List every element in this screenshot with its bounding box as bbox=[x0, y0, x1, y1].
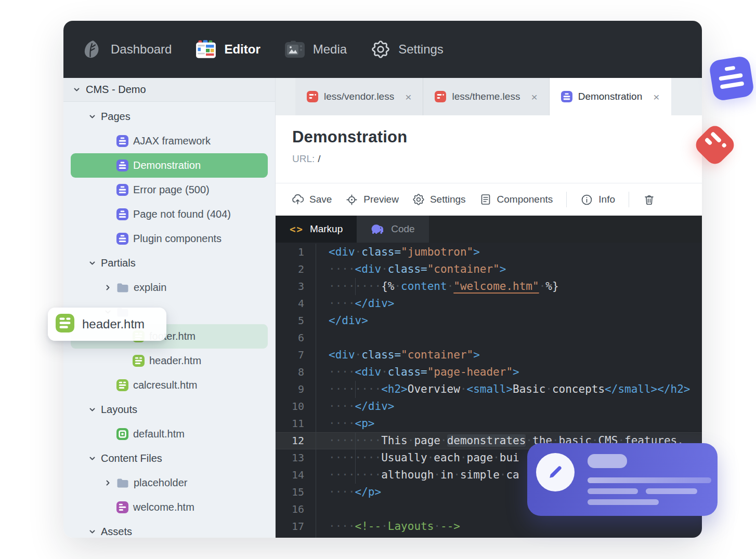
info-icon bbox=[580, 193, 593, 206]
components-button[interactable]: Components bbox=[479, 193, 553, 206]
preview-button[interactable]: Preview bbox=[345, 193, 399, 206]
info-button[interactable]: Info bbox=[580, 193, 615, 206]
code-line-content: ····</div> bbox=[316, 398, 702, 415]
tab-less-theme-less[interactable]: less/theme.less× bbox=[423, 78, 549, 115]
pages-sticker-icon bbox=[708, 55, 754, 101]
line-number: 12 bbox=[276, 432, 316, 449]
code-line[interactable]: 11····<p> bbox=[276, 415, 702, 432]
indent-guide bbox=[355, 467, 356, 484]
line-number: 6 bbox=[276, 329, 316, 347]
code-line[interactable]: 7<div·class="container"> bbox=[276, 347, 702, 364]
editor-tab-code[interactable]: Code bbox=[357, 216, 428, 243]
tab-label: less/theme.less bbox=[452, 91, 520, 102]
delete-button[interactable] bbox=[643, 193, 656, 206]
editor-tabbar: <>MarkupCode bbox=[276, 216, 702, 243]
sidebar-item-ajax-framework[interactable]: AJAX framework bbox=[71, 129, 268, 153]
page-purple-icon bbox=[116, 208, 128, 220]
sidebar-header[interactable]: CMS - Demo bbox=[63, 78, 275, 102]
nav-item-editor[interactable]: Editor bbox=[195, 40, 260, 59]
tree-item-label: Assets bbox=[101, 526, 132, 538]
drag-preview[interactable]: header.htm bbox=[48, 308, 166, 341]
code-line[interactable]: 6 bbox=[276, 329, 702, 347]
code-line[interactable]: 18····<h2>Layouts</h2> bbox=[276, 535, 702, 538]
page-purple-icon bbox=[116, 233, 128, 245]
sidebar-item-welcome-htm[interactable]: welcome.htm bbox=[71, 495, 268, 520]
tab-less-vendor-less[interactable]: less/vendor.less× bbox=[295, 78, 423, 115]
line-number: 16 bbox=[276, 501, 316, 518]
sidebar-section-content-files[interactable]: Content Files bbox=[71, 446, 268, 471]
code-line[interactable]: 10····</div> bbox=[276, 398, 702, 415]
indent-guide bbox=[355, 449, 356, 467]
sidebar-item-header-htm[interactable]: header.htm bbox=[71, 349, 268, 373]
sidebar-item-error-page-500[interactable]: Error page (500) bbox=[71, 178, 268, 202]
sidebar-item-calcresult-htm[interactable]: calcresult.htm bbox=[71, 373, 268, 397]
toolbar-button-label: Preview bbox=[363, 194, 399, 205]
url-label: URL: bbox=[292, 153, 315, 164]
sidebar-section-assets[interactable]: Assets bbox=[71, 520, 268, 538]
drag-preview-label: header.htm bbox=[82, 317, 145, 331]
page-purple-icon bbox=[116, 135, 128, 147]
line-number: 7 bbox=[276, 347, 316, 364]
sidebar-section-pages[interactable]: Pages bbox=[71, 104, 268, 129]
skeleton-line bbox=[588, 488, 638, 494]
trash-icon bbox=[643, 193, 656, 206]
code-line-content bbox=[316, 329, 702, 347]
partial-file-icon bbox=[56, 314, 74, 335]
layout-green-icon bbox=[116, 428, 128, 440]
sidebar-item-page-not-found-404[interactable]: Page not found (404) bbox=[71, 202, 268, 227]
close-icon[interactable]: × bbox=[653, 91, 659, 102]
tab-demonstration[interactable]: Demonstration× bbox=[550, 78, 671, 115]
tree-item-label: default.htm bbox=[133, 428, 185, 440]
tree-item-label: Demonstration bbox=[133, 159, 201, 171]
editor-tab-markup[interactable]: <>Markup bbox=[276, 216, 357, 243]
sidebar-section-partials[interactable]: Partials bbox=[71, 251, 268, 275]
chev-down-icon bbox=[88, 113, 96, 121]
code-line[interactable]: 17····<!--·Layouts·--> bbox=[276, 518, 702, 535]
tree-item-label: Partials bbox=[101, 257, 136, 269]
indent-guide bbox=[355, 381, 356, 398]
chev-down-icon bbox=[88, 259, 96, 267]
url-row: URL:/ bbox=[292, 153, 702, 165]
code-line[interactable]: 8····<div·class="page-header"> bbox=[276, 364, 702, 381]
line-number: 18 bbox=[276, 535, 316, 538]
code-line-content: </div> bbox=[316, 312, 702, 329]
sidebar-item-plugin-components[interactable]: Plugin components bbox=[71, 227, 268, 251]
tree-item-label: Error page (500) bbox=[133, 184, 210, 196]
nav-item-dashboard[interactable]: Dashboard bbox=[82, 39, 172, 60]
toolbar-button-label: Info bbox=[598, 194, 615, 205]
line-number: 4 bbox=[276, 295, 316, 312]
sidebar-item-demonstration[interactable]: Demonstration bbox=[71, 153, 268, 178]
toolbar-divider bbox=[629, 192, 629, 207]
close-icon[interactable]: × bbox=[531, 91, 537, 102]
sidebar-item-default-htm[interactable]: default.htm bbox=[71, 422, 268, 446]
tree-item-label: explain bbox=[134, 282, 166, 294]
code-line[interactable]: 3········{%·content·"welcome.htm"·%} bbox=[276, 278, 702, 295]
code-line[interactable]: 1<div·class="jumbotron"> bbox=[276, 244, 702, 261]
sidebar-folder-placeholder[interactable]: placeholder bbox=[71, 471, 268, 495]
sidebar-section-layouts[interactable]: Layouts bbox=[71, 397, 268, 422]
code-line[interactable]: 5</div> bbox=[276, 312, 702, 329]
settings-button[interactable]: Settings bbox=[412, 193, 466, 206]
less-red-icon bbox=[307, 91, 318, 102]
code-line[interactable]: 9········<h2>Overview·<small>Basic·conce… bbox=[276, 381, 702, 398]
line-number: 8 bbox=[276, 364, 316, 381]
code-line-content: ····<p> bbox=[316, 415, 702, 432]
document-header: Demonstration URL:/ bbox=[276, 115, 702, 183]
nav-item-media[interactable]: Media bbox=[284, 41, 347, 58]
code-line-content: <div·class="jumbotron"> bbox=[316, 244, 702, 261]
tree-item-label: Pages bbox=[101, 111, 131, 123]
nav-item-settings[interactable]: Settings bbox=[371, 39, 444, 59]
tree-item-label: welcome.htm bbox=[133, 501, 194, 513]
code-line[interactable]: 2····<div·class="container"> bbox=[276, 261, 702, 278]
nav-item-label: Settings bbox=[398, 42, 444, 57]
main-navbar: DashboardEditorMediaSettings bbox=[63, 21, 702, 78]
code-line[interactable]: 4····</div> bbox=[276, 295, 702, 312]
line-number: 17 bbox=[276, 518, 316, 535]
nav-item-label: Dashboard bbox=[111, 42, 172, 57]
save-button[interactable]: Save bbox=[291, 193, 332, 206]
sidebar-folder-explain[interactable]: explain bbox=[71, 275, 268, 300]
skeleton-line bbox=[588, 499, 659, 505]
chev-right-icon bbox=[104, 479, 112, 487]
toolbar-button-label: Save bbox=[309, 194, 332, 205]
close-icon[interactable]: × bbox=[405, 91, 411, 102]
